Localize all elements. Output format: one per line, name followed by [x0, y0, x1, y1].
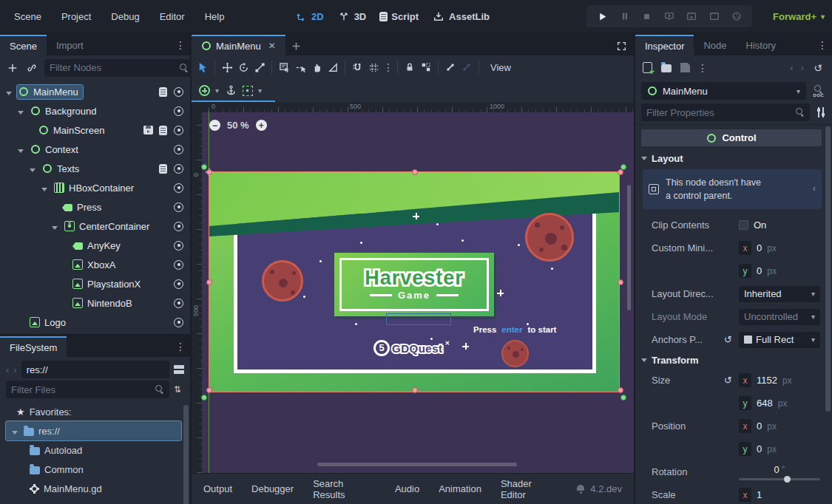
visibility-eye-icon[interactable]	[173, 106, 184, 117]
2d-viewport[interactable]: 0 500 1000 0 500 − 50 % +	[192, 102, 634, 473]
visibility-eye-icon[interactable]	[173, 240, 184, 251]
zoom-level[interactable]: 50 %	[227, 120, 249, 131]
run-remote-debug-button[interactable]	[663, 10, 676, 23]
filter-files-input[interactable]	[6, 381, 169, 398]
visibility-eye-icon[interactable]	[173, 221, 184, 232]
menu-help[interactable]: Help	[205, 11, 225, 22]
zoom-out-button[interactable]: −	[209, 120, 220, 131]
tree-node-anykey[interactable]: AnyKey	[0, 236, 190, 255]
filter-properties-input[interactable]	[641, 103, 810, 121]
selection-handle[interactable]	[206, 169, 212, 175]
panel-animation[interactable]: Animation	[439, 483, 481, 494]
menu-project[interactable]: Project	[61, 11, 91, 22]
skeleton-options-icon[interactable]	[460, 61, 473, 74]
nav-back-icon[interactable]: ‹	[6, 364, 9, 375]
script-icon[interactable]	[159, 87, 167, 97]
menu-editor[interactable]: Editor	[160, 11, 185, 22]
anchor-marker[interactable]	[201, 395, 207, 401]
folder-autoload-item[interactable]: Autoload	[0, 440, 190, 460]
layout-direction-dropdown[interactable]: Inherited▾	[739, 286, 820, 302]
selection-handle[interactable]	[206, 279, 212, 285]
file-mainmenu-gd-item[interactable]: MainMenu.gd	[0, 479, 190, 498]
custom-min-y-value[interactable]: 0	[757, 265, 762, 276]
chevron-down-icon[interactable]: ▾	[258, 86, 262, 95]
visibility-eye-icon[interactable]	[173, 144, 184, 155]
res-root-item[interactable]: res://	[6, 421, 181, 440]
tab-node[interactable]: Node	[694, 35, 736, 55]
size-x-value[interactable]: 1152	[757, 375, 777, 386]
tab-scene[interactable]: Scene	[0, 35, 47, 55]
history-forward-icon[interactable]: ›	[801, 62, 804, 73]
anchor-marker[interactable]	[620, 164, 626, 170]
load-resource-folder-icon[interactable]	[660, 61, 673, 75]
tree-node-mainscreen[interactable]: MainScreen	[0, 120, 190, 140]
scale-x-value[interactable]: 1	[757, 489, 762, 500]
switcher-3d[interactable]: 3D	[337, 10, 367, 23]
layout-warning[interactable]: This node doesn't havea control parent. …	[643, 169, 822, 209]
select-tool-icon[interactable]	[196, 61, 209, 74]
tree-node-mainmenu[interactable]: MainMenu	[0, 82, 190, 101]
container-sizing-icon[interactable]	[243, 86, 253, 96]
inspector-scrollbar[interactable]	[825, 126, 831, 412]
toggle-split-mode-icon[interactable]	[174, 365, 184, 374]
property-tools-icon[interactable]	[816, 107, 826, 118]
notification-bell-icon[interactable]	[576, 485, 585, 494]
selection-handle[interactable]	[412, 169, 418, 175]
filter-nodes-field[interactable]	[50, 62, 180, 73]
new-resource-icon[interactable]	[643, 62, 652, 73]
tree-node-background[interactable]: Background	[0, 101, 190, 120]
class-category-header[interactable]: Control	[641, 129, 822, 146]
panel-audio[interactable]: Audio	[395, 483, 419, 494]
tree-node-nintendob[interactable]: NintendoB	[0, 293, 190, 313]
position-y-value[interactable]: 0	[757, 443, 762, 454]
switcher-2d[interactable]: 2D	[294, 10, 324, 23]
smart-snap-icon[interactable]	[351, 61, 364, 74]
vertical-scrollbar[interactable]	[627, 185, 631, 310]
run-specific-scene-button[interactable]	[708, 10, 721, 23]
expander-icon[interactable]	[40, 183, 49, 194]
pause-button[interactable]	[618, 10, 632, 23]
layout-mode-dropdown[interactable]: Uncontrolled▾	[739, 309, 820, 325]
visibility-eye-icon[interactable]	[173, 183, 184, 194]
horizontal-scrollbar[interactable]	[317, 463, 517, 466]
instance-scene-button[interactable]	[25, 61, 38, 75]
tab-filesystem[interactable]: FileSystem	[0, 336, 67, 357]
rotate-tool-icon[interactable]	[237, 61, 250, 74]
switcher-assetlib[interactable]: AssetLib	[432, 10, 490, 23]
visibility-eye-icon[interactable]	[173, 125, 184, 136]
dock-menu-icon[interactable]: ⋮	[175, 39, 184, 51]
anchor-marker[interactable]	[620, 395, 626, 401]
filter-nodes-input[interactable]	[44, 59, 194, 77]
tree-node-centercontainer[interactable]: CenterContainer	[0, 217, 190, 236]
clip-contents-checkbox[interactable]	[739, 220, 748, 230]
expander-icon[interactable]	[16, 106, 25, 117]
section-transform[interactable]: Transform	[641, 351, 822, 369]
history-clock-icon[interactable]: ↺	[811, 61, 825, 75]
move-tool-icon[interactable]	[220, 61, 234, 74]
panel-output[interactable]: Output	[203, 483, 232, 494]
visibility-eye-icon[interactable]	[173, 317, 184, 328]
snap-options-menu-icon[interactable]: ⋮	[383, 61, 392, 73]
expander-icon[interactable]	[12, 426, 19, 437]
anchor-marker[interactable]	[201, 164, 207, 170]
visibility-eye-icon[interactable]	[173, 279, 184, 290]
filter-properties-field[interactable]	[646, 107, 796, 118]
save-resource-icon[interactable]	[680, 63, 690, 72]
rotation-slider[interactable]	[739, 478, 820, 480]
resource-menu-icon[interactable]: ⋮	[697, 62, 706, 74]
folder-common-item[interactable]: Common	[0, 460, 190, 479]
selection-handle[interactable]	[618, 387, 623, 393]
size-y-value[interactable]: 648	[757, 398, 773, 409]
movie-maker-button[interactable]	[730, 10, 743, 23]
switcher-script[interactable]: Script	[379, 11, 419, 22]
add-node-button[interactable]	[6, 61, 19, 75]
tree-node-context[interactable]: Context	[0, 140, 190, 159]
favorites-item[interactable]: ★ Favorites:	[0, 402, 190, 421]
pan-tool-icon[interactable]	[310, 61, 323, 74]
revert-icon[interactable]: ↺	[724, 334, 732, 345]
scene-tab-mainmenu[interactable]: MainMenu ✕	[192, 35, 285, 55]
close-icon[interactable]: ✕	[268, 41, 276, 51]
new-scene-tab-button[interactable]	[290, 39, 303, 52]
expander-icon[interactable]	[16, 144, 25, 155]
visibility-eye-icon[interactable]	[173, 202, 184, 213]
